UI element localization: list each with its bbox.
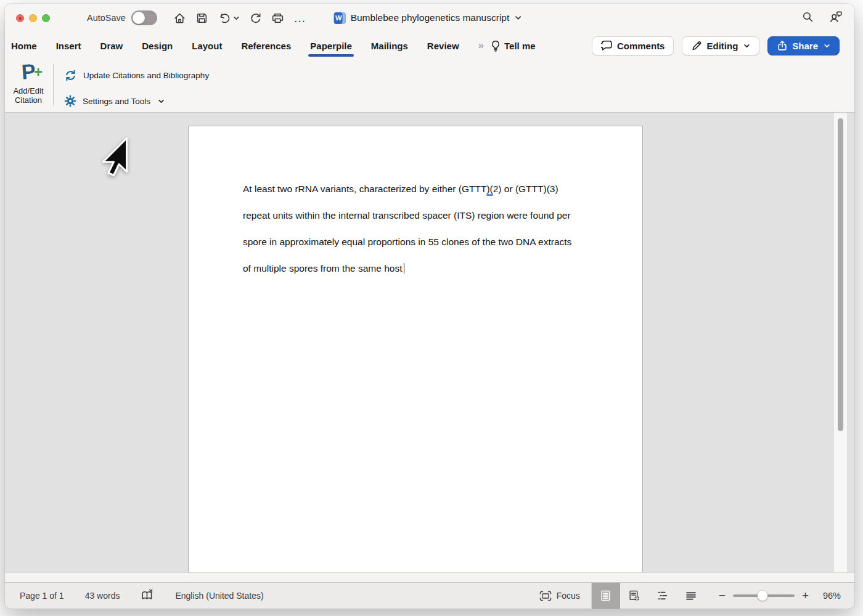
focus-icon (539, 591, 552, 601)
share-icon (777, 40, 788, 51)
tell-me-label: Tell me (504, 41, 536, 51)
desktop: AutoSave … (0, 0, 863, 616)
word-count[interactable]: 43 words (85, 591, 120, 601)
focus-button[interactable]: Focus (539, 591, 580, 601)
tab-layout[interactable]: Layout (192, 41, 222, 51)
refresh-icon (64, 69, 77, 82)
undo-icon[interactable] (218, 12, 240, 25)
draft-view-button[interactable] (677, 583, 705, 609)
zoom-slider[interactable] (733, 594, 795, 597)
outline-view-icon (657, 591, 668, 601)
update-citations-button[interactable]: Update Citations and Bibliography (64, 69, 209, 82)
share-button[interactable]: Share (767, 36, 840, 55)
add-edit-citation-label-line2: Citation (9, 95, 48, 105)
zoom-in-button[interactable]: + (802, 589, 809, 602)
tab-paperpile[interactable]: Paperpile (310, 41, 352, 51)
web-layout-view-button[interactable] (620, 583, 648, 609)
add-edit-citation-button[interactable]: P+ Add/Edit Citation (9, 60, 48, 105)
print-layout-icon (600, 590, 611, 601)
doc-line-3: spore in approximately equal proportions… (243, 229, 571, 255)
vertical-scrollbar[interactable] (833, 113, 847, 572)
add-edit-citation-label-line1: Add/Edit (9, 86, 48, 95)
draft-view-icon (685, 591, 697, 601)
zoom-level[interactable]: 96% (816, 591, 841, 601)
pencil-icon (691, 40, 702, 51)
language-indicator[interactable]: English (United States) (175, 591, 263, 601)
title-chevron-down-icon[interactable] (514, 14, 521, 22)
document-page[interactable]: At least two rRNA variants, characterize… (188, 126, 643, 572)
zoom-out-button[interactable]: − (719, 589, 726, 602)
tab-references[interactable]: References (241, 41, 291, 51)
editing-mode-button[interactable]: Editing (682, 36, 759, 55)
zoom-slider-knob[interactable] (757, 591, 767, 601)
doc-line-1: At least two rRNA variants, characterize… (243, 176, 571, 202)
autosave-toggle[interactable] (131, 10, 157, 25)
page-indicator[interactable]: Page 1 of 1 (20, 591, 64, 601)
status-bar: Page 1 of 1 43 words English (United Sta… (5, 582, 854, 609)
document-text[interactable]: At least two rRNA variants, characterize… (243, 176, 571, 282)
document-canvas: At least two rRNA variants, characterize… (5, 113, 854, 582)
settings-tools-button[interactable]: Settings and Tools (64, 95, 165, 107)
text-cursor (404, 263, 404, 274)
share-chevron-icon (824, 43, 830, 49)
word-doc-icon: W (334, 12, 346, 24)
document-title[interactable]: Bumblebee phylogenetics manuscript (351, 12, 510, 23)
outline-view-button[interactable] (648, 583, 677, 609)
tab-mailings[interactable]: Mailings (371, 41, 408, 51)
fullscreen-button[interactable] (42, 14, 50, 22)
print-layout-view-button[interactable] (592, 583, 620, 609)
save-icon[interactable] (195, 12, 208, 25)
update-citations-label: Update Citations and Bibliography (83, 71, 209, 80)
doc-line-2: repeat units within the internal transcr… (243, 202, 571, 229)
contact-presence-icon[interactable] (829, 10, 843, 26)
editing-chevron-icon (743, 43, 750, 49)
scrollbar-thumb[interactable] (838, 118, 843, 431)
title-bar: AutoSave … (5, 4, 854, 32)
undo-chevron-icon (233, 15, 240, 22)
autosave-label: AutoSave (87, 13, 126, 23)
web-layout-icon (629, 590, 640, 601)
word-window: AutoSave … (5, 4, 854, 609)
comment-bubble-icon (601, 40, 613, 51)
ribbon-divider (53, 64, 54, 106)
doc-line-4: of multiple spores from the same host (243, 255, 571, 282)
settings-tools-label: Settings and Tools (83, 97, 150, 106)
redo-icon[interactable] (249, 12, 262, 25)
paperpile-logo-icon: P+ (20, 60, 36, 83)
proofing-errors-icon[interactable] (141, 589, 154, 603)
grammar-suggestion[interactable]: )( (486, 184, 493, 194)
paperpile-ribbon: P+ Add/Edit Citation Update Citations an… (5, 59, 854, 113)
traffic-lights (16, 14, 50, 22)
gear-icon (64, 95, 76, 107)
mouse-pointer-icon (96, 137, 128, 176)
tab-review[interactable]: Review (427, 41, 459, 51)
tab-draw[interactable]: Draw (100, 41, 123, 51)
print-icon[interactable] (271, 12, 284, 25)
home-icon[interactable] (173, 12, 186, 25)
tell-me-button[interactable]: Tell me (491, 40, 536, 52)
tab-home[interactable]: Home (11, 41, 37, 51)
tab-design[interactable]: Design (142, 41, 173, 51)
ribbon-tab-bar: Home Insert Draw Design Layout Reference… (5, 32, 854, 59)
settings-chevron-icon (158, 98, 165, 105)
tab-overflow-icon[interactable]: » (478, 39, 483, 52)
search-icon[interactable] (801, 10, 814, 26)
close-button[interactable] (16, 14, 24, 22)
focus-label: Focus (557, 591, 580, 601)
horizontal-scroll-strip (5, 572, 854, 582)
comments-button[interactable]: Comments (592, 36, 674, 55)
lightbulb-icon (491, 40, 501, 52)
minimize-button[interactable] (29, 14, 37, 22)
tab-insert[interactable]: Insert (56, 41, 81, 51)
more-commands-icon[interactable]: … (293, 15, 306, 21)
